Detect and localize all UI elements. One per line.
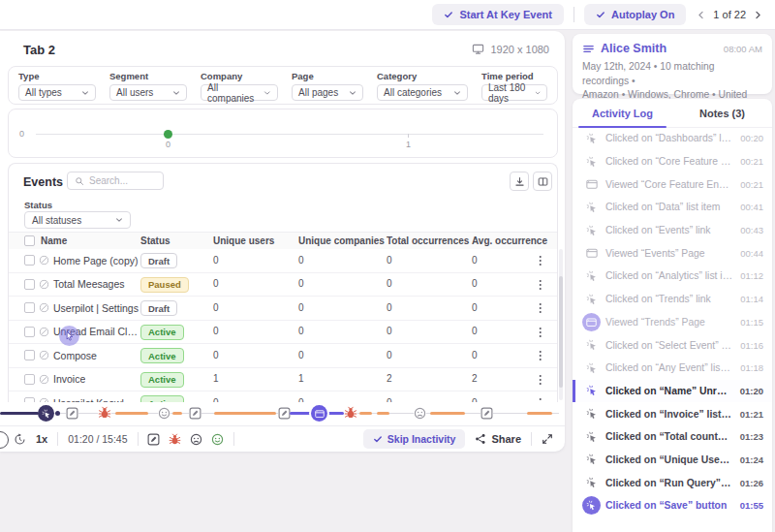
session-menu-icon[interactable] [582, 43, 595, 55]
activity-log-item[interactable]: Clicked on “Data” list item00:41 [573, 196, 772, 219]
chart-y-label: 0 [19, 129, 24, 139]
filter-dropdown[interactable]: All pages [292, 84, 363, 101]
activity-tabs: Activity Log Notes (3) [573, 99, 772, 128]
activity-icon [585, 408, 598, 421]
pause-button[interactable] [0, 431, 9, 449]
table-row[interactable]: Userpilot Knowledge ...Active0000 [9, 391, 557, 402]
activity-time: 01:18 [740, 362, 763, 373]
timeline-marker-dot[interactable] [55, 411, 60, 416]
playback-speed-button[interactable]: 1x [36, 433, 47, 445]
column-header-name[interactable]: Name [41, 235, 67, 246]
row-checkbox[interactable] [24, 302, 35, 313]
chart-data-point[interactable] [164, 130, 172, 139]
timeline-marker-note[interactable] [480, 407, 493, 420]
search-input[interactable]: Search... [67, 172, 164, 190]
timeline-marker-frown[interactable] [414, 407, 426, 420]
replay-button[interactable] [14, 433, 26, 446]
filter-dropdown[interactable]: Last 180 days [481, 84, 547, 101]
status-filter-dropdown[interactable]: All statuses [24, 211, 131, 229]
activity-log-item[interactable]: Viewed “Core Feature Engagment”00:21 [573, 172, 772, 196]
report-bug-button[interactable] [169, 433, 181, 446]
activity-log-item[interactable]: Clicked on “Dashboards” list item00:20 [573, 127, 772, 150]
scrollbar-thumb[interactable] [559, 276, 563, 388]
activity-log-item[interactable]: Clicked on “Trends” link01:14 [573, 288, 772, 311]
autoplay-button[interactable]: Autoplay On [584, 4, 686, 25]
timeline-marker-note[interactable] [66, 407, 78, 420]
activity-log-item[interactable]: Clicked on “Invoice” list item01:21 [573, 402, 772, 425]
table-row[interactable]: Total MeesagesPaused0000 [9, 273, 557, 297]
user-name[interactable]: Alice Smith [601, 42, 718, 55]
chevron-right-icon[interactable] [753, 10, 763, 20]
add-note-button[interactable] [147, 433, 160, 446]
column-header-total-occurrences[interactable]: Total occurrences [387, 235, 469, 246]
row-checkbox[interactable] [24, 327, 35, 337]
fullscreen-button[interactable] [542, 433, 553, 445]
event-type-icon [39, 255, 49, 266]
table-row[interactable]: ComposeActive0000 [9, 344, 557, 368]
smile-reaction-button[interactable] [211, 433, 224, 446]
row-menu-button[interactable] [534, 348, 547, 363]
filter-dropdown[interactable]: All types [18, 84, 96, 101]
activity-log-item[interactable]: Clicked on “Total count” dropdown01:23 [573, 425, 772, 449]
page-view-icon [586, 178, 598, 190]
table-row[interactable]: Userpilot | SettingsDraft0000 [9, 297, 557, 321]
download-button[interactable] [510, 172, 529, 191]
activity-log-item[interactable]: Clicked on “Save” button01:55 [573, 494, 772, 517]
column-header-unique-companies[interactable]: Unique companies [298, 235, 385, 246]
column-header-status[interactable]: Status [140, 235, 170, 246]
columns-button[interactable] [533, 172, 552, 191]
start-at-key-event-button[interactable]: Start At Key Event [432, 4, 564, 25]
column-header-unique-users[interactable]: Unique users [213, 235, 274, 246]
timeline-marker-click[interactable] [38, 405, 54, 422]
timeline-marker-bug[interactable] [344, 406, 357, 420]
row-menu-button[interactable] [534, 253, 547, 268]
filter-dropdown[interactable]: All categories [377, 84, 468, 101]
check-icon [596, 10, 605, 19]
row-checkbox[interactable] [24, 255, 35, 266]
tab-notes[interactable]: Notes (3) [672, 99, 772, 127]
activity-log-item[interactable]: Clicked on “Run Query” button01:26 [573, 471, 772, 494]
row-menu-button[interactable] [534, 325, 547, 340]
tab-activity-log[interactable]: Activity Log [573, 99, 672, 127]
timeline-marker-window[interactable] [311, 405, 327, 422]
table-row[interactable]: Home Page (copy)Draft0000 [9, 249, 557, 273]
click-icon [586, 133, 598, 144]
table-row[interactable]: InvoiceActive1122 [9, 368, 557, 392]
activity-log-item[interactable]: Viewed “Events” Page00:44 [573, 241, 772, 265]
row-menu-button[interactable] [534, 395, 547, 402]
row-checkbox[interactable] [24, 279, 35, 290]
share-button[interactable]: Share [475, 433, 521, 445]
activity-time: 00:41 [740, 202, 763, 212]
skip-inactivity-toggle[interactable]: Skip Inactivity [363, 429, 466, 449]
column-header-avg-occurrence[interactable]: Avg. occurrence [472, 235, 547, 246]
bug-icon [169, 433, 181, 446]
row-menu-button[interactable] [534, 277, 547, 293]
click-icon [586, 362, 598, 374]
timeline-marker-note[interactable] [189, 407, 202, 420]
activity-log-item[interactable]: Clicked on “Events” link00:43 [573, 219, 772, 242]
activity-log-item[interactable]: Clicked on “Unique Users” list item01:24 [573, 449, 772, 472]
row-checkbox[interactable] [24, 374, 35, 385]
activity-log-item[interactable]: Clicked on “Any Event” list item01:18 [573, 357, 772, 380]
table-scrollbar[interactable] [559, 249, 563, 400]
row-menu-button[interactable] [534, 300, 547, 316]
kebab-icon [539, 255, 542, 266]
activity-log-item[interactable]: Clicked on “Analytics” list item01:12 [573, 265, 772, 288]
row-checkbox[interactable] [24, 350, 35, 360]
timeline-marker-bug[interactable] [98, 406, 111, 420]
chart-tick-label: 1 [406, 140, 411, 149]
frown-reaction-button[interactable] [190, 433, 202, 446]
timeline-marker-smile[interactable] [158, 407, 170, 420]
activity-log-item[interactable]: Clicked on “Core Feature Engagem...00:21 [573, 150, 772, 173]
select-all-checkbox[interactable] [24, 235, 35, 246]
table-row[interactable]: Unread Email ClickActive0000 [9, 321, 557, 345]
chevron-left-icon[interactable] [696, 10, 706, 20]
row-menu-button[interactable] [534, 372, 547, 388]
timeline-scrubber[interactable] [0, 402, 565, 425]
activity-log-item[interactable]: Clicked on “Name” Unread Email C...01:20 [573, 380, 772, 403]
filter-dropdown[interactable]: All users [109, 84, 187, 101]
activity-log-item[interactable]: Viewed “Trends” Page01:15 [573, 311, 772, 334]
activity-log-item[interactable]: Clicked on “Select Event” dropdown01:16 [573, 333, 772, 357]
filter-group-company: CompanyAll companies [201, 71, 278, 104]
filter-dropdown[interactable]: All companies [201, 84, 278, 101]
